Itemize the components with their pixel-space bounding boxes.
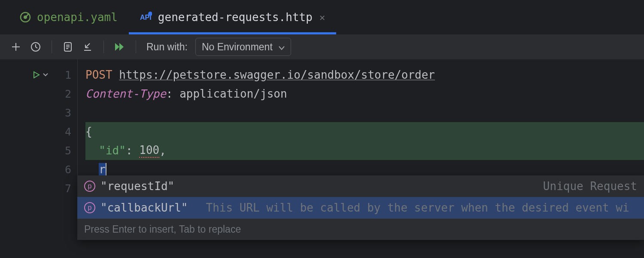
- toolbar-separator: [103, 40, 104, 53]
- add-button[interactable]: [8, 39, 24, 55]
- chevron-down-icon: [279, 41, 285, 53]
- autocomplete-hint: Press Enter to insert, Tab to replace: [77, 218, 644, 240]
- line-number: 7: [50, 182, 71, 195]
- line-number: 2: [50, 88, 71, 100]
- editor[interactable]: 1 2 3 4 5 6 7 POST https://petstore.swag…: [0, 59, 644, 198]
- autocomplete-desc: This URL will be called by the server wh…: [206, 201, 638, 214]
- autocomplete-label: "requestId": [100, 180, 174, 193]
- toolbar-separator: [136, 40, 136, 53]
- line-number: 4: [50, 126, 71, 138]
- run-all-button[interactable]: [112, 39, 128, 55]
- autocomplete-label: "callbackUrl": [100, 201, 188, 214]
- svg-line-2: [25, 14, 29, 17]
- autocomplete-item[interactable]: p "requestId" Unique Request: [77, 175, 644, 197]
- tab-label: generated-requests.http: [158, 11, 313, 24]
- code-line: Content-Type: application/json: [85, 84, 644, 103]
- environment-value: No Environment: [202, 41, 273, 53]
- autocomplete-desc: Unique Request: [543, 180, 637, 193]
- run-with-label: Run with:: [146, 41, 188, 53]
- property-icon: p: [84, 202, 95, 213]
- code-line: [85, 103, 644, 122]
- line-number: 1: [50, 69, 71, 81]
- tab-bar: openapi.yaml API generated-requests.http…: [0, 0, 644, 34]
- tab-label: openapi.yaml: [37, 11, 118, 24]
- toolbar-separator: [52, 40, 52, 53]
- openapi-icon: [20, 12, 31, 23]
- import-button[interactable]: [79, 39, 96, 55]
- property-icon: p: [84, 181, 95, 192]
- autocomplete-popup: p "requestId" Unique Request p "callback…: [77, 175, 644, 240]
- gutter: 1 2 3 4 5 6 7: [0, 59, 77, 198]
- line-number: 5: [50, 144, 71, 157]
- autocomplete-item[interactable]: p "callbackUrl" This URL will be called …: [77, 197, 644, 218]
- environment-dropdown[interactable]: No Environment: [195, 38, 291, 56]
- line-number: 6: [50, 163, 71, 176]
- code-line: POST https://petstore.swagger.io/sandbox…: [85, 65, 644, 84]
- code-line: "id": 100,: [85, 141, 644, 160]
- history-button[interactable]: [27, 39, 44, 55]
- toolbar: Run with: No Environment: [0, 34, 644, 59]
- close-icon[interactable]: ✕: [319, 12, 325, 23]
- examples-button[interactable]: [60, 39, 76, 55]
- code-line: {: [85, 122, 644, 141]
- tab-generated-requests[interactable]: API generated-requests.http ✕: [129, 0, 336, 34]
- tab-openapi[interactable]: openapi.yaml: [9, 0, 129, 34]
- run-gutter-icon[interactable]: [33, 71, 48, 79]
- api-icon: API: [140, 11, 152, 23]
- line-number: 3: [50, 107, 71, 119]
